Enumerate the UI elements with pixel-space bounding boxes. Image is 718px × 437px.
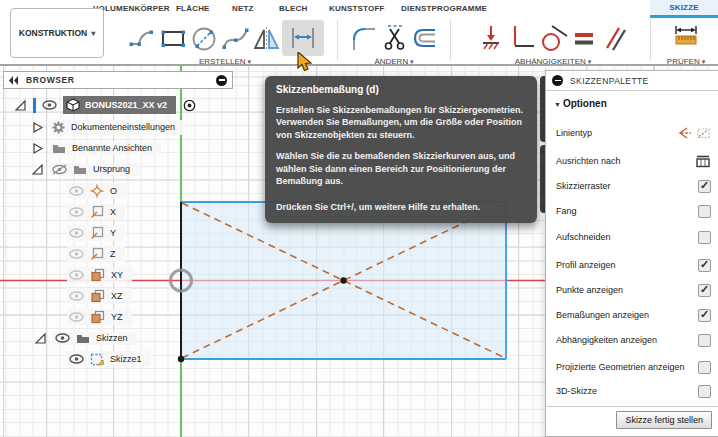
rectangle-tool-icon[interactable] bbox=[158, 20, 188, 56]
tab-volumenkoerper[interactable]: VOLUMENKÖRPER bbox=[93, 4, 170, 13]
centerline-icon[interactable] bbox=[677, 126, 692, 140]
tree-row-origin-folder[interactable]: Ursprung bbox=[31, 160, 139, 178]
browser-panel: BROWSER BONUS2021_XX v2 Dokumenteneinste… bbox=[3, 71, 233, 89]
konstruktion-dropdown-button[interactable]: KONSTRUKTION bbox=[10, 8, 104, 58]
eye-dim-icon[interactable] bbox=[69, 228, 84, 238]
sketch-dimension-tool-button[interactable] bbox=[282, 20, 324, 56]
tree-row-component[interactable]: BONUS2021_XX v2 bbox=[14, 96, 197, 114]
eye-dim-icon[interactable] bbox=[69, 186, 84, 196]
aendern-dropdown[interactable]: ÄNDERN bbox=[341, 57, 447, 66]
trim-tool-icon[interactable] bbox=[379, 20, 409, 56]
tree-row-z-axis[interactable]: Z bbox=[67, 245, 125, 263]
align-grid-icon[interactable] bbox=[695, 154, 711, 168]
expander-expanded-icon[interactable] bbox=[34, 332, 47, 345]
corner-sketch-point[interactable] bbox=[178, 356, 184, 362]
plane-icon bbox=[90, 205, 104, 219]
option-label: Profil anzeigen bbox=[556, 260, 616, 270]
eye-icon[interactable] bbox=[55, 333, 70, 343]
fillet-tool-icon[interactable] bbox=[348, 20, 378, 56]
expander-collapsed-icon[interactable] bbox=[31, 121, 44, 134]
tab-flaeche[interactable]: FLÄCHE bbox=[176, 4, 210, 13]
tree-label: YZ bbox=[111, 312, 123, 322]
tree-row-sketches-folder[interactable]: Skizzen bbox=[34, 329, 137, 347]
abhaengigkeiten-dropdown[interactable]: ABHÄNGIGKEITEN bbox=[456, 57, 650, 66]
expander-expanded-icon[interactable] bbox=[31, 163, 44, 176]
tree-row-xz-plane[interactable]: XZ bbox=[67, 287, 132, 305]
tab-skizze-active[interactable]: SKIZZE bbox=[650, 0, 718, 18]
parallel-constraint-icon[interactable] bbox=[600, 20, 630, 56]
eye-dim-icon[interactable] bbox=[69, 207, 84, 217]
palette-divider bbox=[546, 406, 718, 407]
tree-row-origin-point[interactable]: O bbox=[67, 182, 126, 200]
component-name: BONUS2021_XX v2 bbox=[85, 100, 167, 110]
tree-row-xy-plane[interactable]: XY bbox=[67, 266, 132, 284]
pruefen-dropdown[interactable]: PRÜFEN bbox=[656, 57, 716, 66]
tree-label: Dokumenteneinstellungen bbox=[71, 122, 175, 132]
expander-collapsed-icon[interactable] bbox=[31, 142, 44, 155]
component-cube-icon bbox=[66, 98, 80, 112]
eye-dim-icon[interactable] bbox=[69, 249, 84, 259]
tree-label: Z bbox=[110, 249, 116, 259]
browser-title: BROWSER bbox=[26, 75, 209, 85]
line-tool-icon[interactable] bbox=[127, 20, 157, 56]
tree-row-named-views[interactable]: Benannte Ansichten bbox=[31, 139, 161, 157]
offset-tool-icon[interactable] bbox=[410, 20, 440, 56]
tab-blech[interactable]: BLECH bbox=[279, 4, 308, 13]
group-aendern: ÄNDERN bbox=[341, 19, 447, 66]
palette-header[interactable]: SKIZZENPALETTE bbox=[546, 71, 718, 91]
3d-skizze-checkbox[interactable] bbox=[698, 385, 711, 398]
tree-label: Skizze1 bbox=[110, 354, 142, 364]
palette-row-align: Ausrichten nach bbox=[556, 153, 711, 169]
abhaengigkeiten-anzeigen-checkbox[interactable] bbox=[698, 334, 711, 347]
tab-dienstprogramme[interactable]: DIENSTPROGRAMME bbox=[401, 4, 487, 13]
equal-constraint-icon[interactable] bbox=[569, 20, 599, 56]
eye-dim-icon[interactable] bbox=[69, 270, 84, 280]
skizzierraster-checkbox[interactable] bbox=[698, 180, 711, 193]
tooltip-help-hint: Drücken Sie Ctrl+/, um weitere Hilfe zu … bbox=[276, 201, 526, 213]
tangent-constraint-icon[interactable] bbox=[538, 20, 568, 56]
profil-anzeigen-checkbox[interactable] bbox=[698, 259, 711, 272]
spline-tool-icon[interactable] bbox=[220, 20, 250, 56]
fang-checkbox[interactable] bbox=[698, 205, 711, 218]
punkte-anzeigen-checkbox[interactable] bbox=[698, 284, 711, 297]
tree-row-yz-plane[interactable]: YZ bbox=[67, 308, 132, 326]
activate-component-radio[interactable] bbox=[182, 98, 197, 113]
erstellen-label: ERSTELLEN bbox=[199, 57, 246, 66]
palette-row-projected: Projizierte Geometrien anzeigen bbox=[556, 359, 711, 375]
tab-kunststoff[interactable]: KUNSTSTOFF bbox=[329, 4, 385, 13]
browser-header[interactable]: BROWSER bbox=[3, 71, 233, 89]
perpendicular-constraint-icon[interactable] bbox=[507, 20, 537, 56]
selected-component[interactable]: BONUS2021_XX v2 bbox=[63, 96, 176, 114]
minimize-icon[interactable] bbox=[216, 75, 227, 86]
tree-row-sketch1[interactable]: Skizze1 bbox=[67, 350, 151, 368]
plane-icon bbox=[90, 226, 104, 240]
chevron-down-icon bbox=[700, 57, 705, 66]
circle-tool-icon[interactable] bbox=[189, 20, 219, 56]
center-sketch-point[interactable] bbox=[340, 277, 346, 283]
eye-icon[interactable] bbox=[42, 100, 57, 110]
bemassungen-anzeigen-checkbox[interactable] bbox=[698, 309, 711, 322]
fix-constraint-icon[interactable] bbox=[476, 20, 506, 56]
projizierte-geometrien-checkbox[interactable] bbox=[698, 361, 711, 374]
plane-filled-icon bbox=[90, 268, 105, 282]
eye-dim-icon[interactable] bbox=[69, 312, 84, 322]
finish-sketch-button[interactable]: Skizze fertig stellen bbox=[616, 411, 712, 429]
expander-expanded-icon[interactable] bbox=[14, 99, 27, 112]
tree-row-document-settings[interactable]: Dokumenteneinstellungen bbox=[31, 118, 184, 136]
eye-dim-icon[interactable] bbox=[69, 291, 84, 301]
tree-row-y-axis[interactable]: Y bbox=[67, 224, 125, 242]
mirror-tool-icon[interactable] bbox=[251, 20, 281, 56]
minimize-icon[interactable] bbox=[552, 75, 563, 86]
aufschneiden-checkbox[interactable] bbox=[698, 231, 711, 244]
folder-icon bbox=[52, 143, 66, 154]
eye-icon[interactable] bbox=[69, 354, 84, 364]
fusion-window: VOLUMENKÖRPER FLÄCHE NETZ BLECH KUNSTSTO… bbox=[0, 0, 718, 437]
tree-row-x-axis[interactable]: X bbox=[67, 203, 125, 221]
tab-netz[interactable]: NETZ bbox=[232, 4, 254, 13]
measure-tool-icon[interactable] bbox=[671, 20, 701, 56]
construction-line-icon[interactable] bbox=[696, 126, 711, 140]
collapse-left-icon[interactable] bbox=[9, 76, 19, 85]
origin-point-icon bbox=[90, 184, 104, 198]
options-section-toggle[interactable]: Optionen bbox=[554, 98, 607, 109]
eye-hidden-icon[interactable] bbox=[52, 164, 67, 175]
